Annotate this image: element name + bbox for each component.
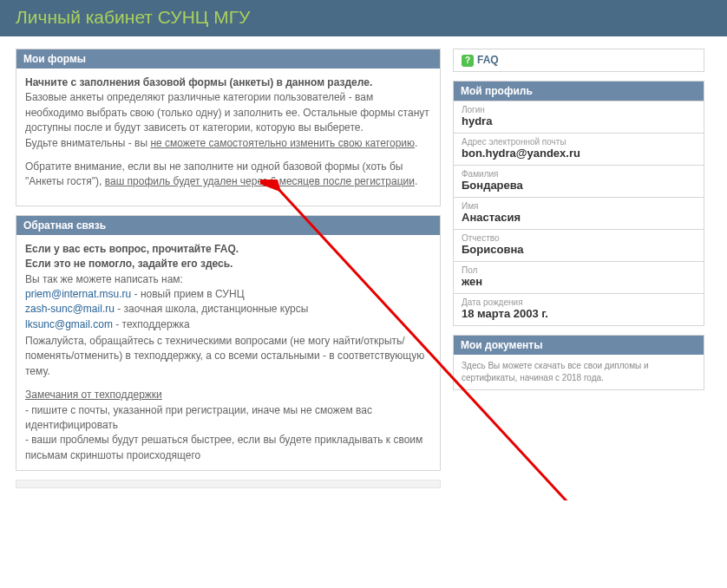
forms-p2-link: ваш профиль будет удален через 6 месяцев… xyxy=(105,175,415,187)
firstname-label: Имя xyxy=(462,201,696,211)
patronymic-label: Отчество xyxy=(462,233,696,243)
header-bar: Личный кабинет СУНЦ МГУ xyxy=(0,0,727,36)
profile-patronymic: Отчество Борисовна xyxy=(453,230,704,262)
forms-lead: Начните с заполнения базовой формы (анке… xyxy=(25,76,372,88)
feedback-panel: Обратная связь Если у вас есть вопрос, п… xyxy=(16,215,441,471)
forms-p1: Базовые анкеты определяют различные кате… xyxy=(25,91,429,134)
forms-warn-link: не сможете самостоятельно изменить свою … xyxy=(150,137,415,149)
faq-lead2: Если это не помогло, задайте его здесь. xyxy=(25,258,233,270)
profile-panel-title: Мой профиль xyxy=(454,82,704,101)
faq-label: FAQ xyxy=(477,54,499,66)
forms-panel-body: Начните с заполнения базовой формы (анке… xyxy=(16,69,440,206)
feedback-panel-title: Обратная связь xyxy=(16,216,440,235)
docs-panel-title: Мои документы xyxy=(454,336,704,355)
profile-dob: Дата рождения 18 марта 2003 г. xyxy=(453,294,704,326)
email-value: bon.hydra@yandex.ru xyxy=(462,147,696,160)
spacer-bar xyxy=(16,480,441,488)
also-write: Вы так же можете написать нам: xyxy=(25,273,183,285)
col-left: Мои формы Начните с заполнения базовой ф… xyxy=(16,49,441,488)
profile-login: Логин hydra xyxy=(453,101,704,134)
faq-link[interactable]: ?FAQ xyxy=(453,49,704,72)
email-lksunc-desc: - техподдержка xyxy=(113,318,190,330)
page-title: Личный кабинет СУНЦ МГУ xyxy=(16,7,711,28)
support-note-2: - ваши проблемы будут решаться быстрее, … xyxy=(25,434,422,461)
support-note-1: - пишите с почты, указанной при регистра… xyxy=(25,404,372,431)
firstname-value: Анастасия xyxy=(462,211,696,224)
feedback-panel-body: Если у вас есть вопрос, прочитайте FAQ. … xyxy=(16,235,440,470)
forms-p2-post: . xyxy=(415,175,417,187)
lastname-label: Фамилия xyxy=(462,169,696,179)
email-lksunc[interactable]: lksunc@gmail.com xyxy=(25,318,113,330)
faq-lead1: Если у вас есть вопрос, прочитайте FAQ. xyxy=(25,243,239,255)
tech-note: Пожалуйста, обращайтесь с техническими в… xyxy=(25,334,431,379)
sex-label: Пол xyxy=(462,265,696,275)
support-notes-title: Замечания от техподдержки xyxy=(25,389,162,401)
login-label: Логин xyxy=(462,105,696,114)
patronymic-value: Борисовна xyxy=(462,243,696,256)
email-zash-desc: - заочная школа, дистанционные курсы xyxy=(115,303,308,315)
sex-value: жен xyxy=(462,275,696,288)
email-label: Адрес электронной почты xyxy=(462,137,696,147)
profile-panel: Мой профиль xyxy=(453,81,704,101)
forms-warn-pre: Будьте внимательны - вы xyxy=(25,137,150,149)
forms-warn-post: . xyxy=(415,137,417,149)
forms-panel-title: Мои формы xyxy=(16,49,440,69)
page-wrap: Мои формы Начните с заполнения базовой ф… xyxy=(0,36,727,500)
profile-email: Адрес электронной почты bon.hydra@yandex… xyxy=(453,134,704,166)
docs-body: Здесь Вы можете скачать все свои дипломы… xyxy=(454,355,704,389)
docs-panel: Мои документы Здесь Вы можете скачать вс… xyxy=(453,335,704,390)
profile-sex: Пол жен xyxy=(453,262,704,294)
forms-panel: Мои формы Начните с заполнения базовой ф… xyxy=(16,49,441,206)
profile-lastname: Фамилия Бондарева xyxy=(453,166,704,198)
lastname-value: Бондарева xyxy=(462,179,696,192)
login-value: hydra xyxy=(462,114,696,127)
email-priem-desc: - новый прием в СУНЦ xyxy=(131,288,244,300)
email-priem[interactable]: priem@internat.msu.ru xyxy=(25,288,131,300)
email-zash[interactable]: zash-sunc@mail.ru xyxy=(25,303,115,315)
profile-firstname: Имя Анастасия xyxy=(453,198,704,230)
dob-label: Дата рождения xyxy=(462,297,696,307)
col-right: ?FAQ Мой профиль Логин hydra Адрес элект… xyxy=(453,49,704,399)
help-icon: ? xyxy=(462,55,474,67)
dob-value: 18 марта 2003 г. xyxy=(462,307,696,320)
